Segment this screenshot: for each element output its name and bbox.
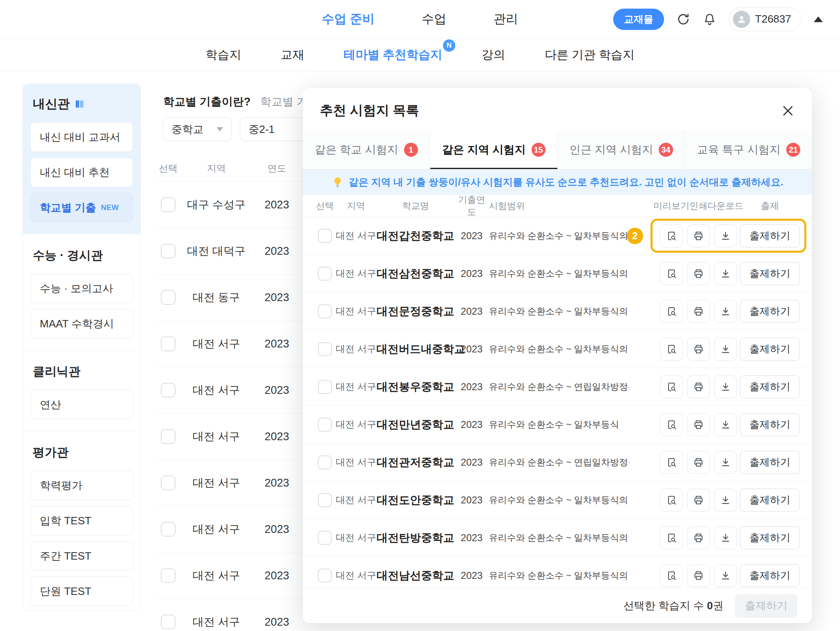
print-icon-button[interactable] bbox=[687, 338, 710, 361]
sidebar-item[interactable]: 연산 bbox=[30, 390, 133, 419]
download-icon-button[interactable] bbox=[714, 224, 737, 247]
subnav-item-label: 테마별 추천학습지 bbox=[344, 48, 442, 61]
download-icon-button[interactable] bbox=[714, 262, 737, 285]
sidebar-item[interactable]: 수능 · 모의고사 bbox=[30, 274, 133, 303]
subnav-item[interactable]: 학습지 bbox=[205, 47, 241, 63]
preview-icon-button[interactable] bbox=[660, 413, 683, 436]
print-icon-button[interactable] bbox=[687, 451, 710, 474]
print-icon-button[interactable] bbox=[687, 526, 710, 549]
row-checkbox[interactable] bbox=[161, 476, 176, 490]
subnav-item[interactable]: 교재 bbox=[281, 47, 304, 63]
row-checkbox[interactable] bbox=[318, 229, 332, 243]
region-row: 대전 서구2023 bbox=[156, 553, 328, 599]
sidebar-item[interactable]: 내신 대비 교과서 bbox=[30, 122, 133, 152]
nav-item[interactable]: 수업 bbox=[422, 11, 446, 27]
row-checkbox[interactable] bbox=[318, 267, 332, 281]
subnav-item[interactable]: 다른 기관 학습지 bbox=[545, 47, 635, 63]
row-checkbox[interactable] bbox=[318, 455, 332, 469]
row-checkbox[interactable] bbox=[318, 531, 332, 545]
set-exam-button[interactable]: 출제하기 bbox=[740, 338, 800, 361]
bell-icon[interactable] bbox=[703, 12, 717, 26]
row-checkbox[interactable] bbox=[318, 569, 332, 583]
row-checkbox[interactable] bbox=[161, 429, 176, 444]
sidebar-item[interactable]: 학력평가 bbox=[30, 471, 133, 500]
modal-tab[interactable]: 같은 지역 시험지15 bbox=[430, 130, 557, 169]
set-exam-button[interactable]: 출제하기 bbox=[740, 489, 800, 512]
set-exam-button[interactable]: 출제하기 bbox=[740, 224, 800, 247]
print-icon-button[interactable] bbox=[687, 262, 710, 285]
nav-item[interactable]: 관리 bbox=[493, 11, 518, 27]
row-checkbox[interactable] bbox=[318, 418, 332, 432]
sidebar-section-title: 수능 · 경시관 bbox=[33, 247, 130, 264]
subnav-item[interactable]: 테마별 추천학습지N bbox=[344, 47, 442, 63]
set-exam-button[interactable]: 출제하기 bbox=[740, 375, 800, 398]
exam-row: 대전 서구대전갑천중학교2023유리수와 순환소수 ~ 일차부등식의 활2출제하… bbox=[303, 217, 812, 255]
set-exam-button[interactable]: 출제하기 bbox=[740, 262, 800, 285]
row-checkbox[interactable] bbox=[318, 380, 332, 394]
preview-icon-button[interactable] bbox=[660, 526, 683, 549]
caret-up-icon[interactable] bbox=[814, 16, 823, 22]
print-icon-button[interactable] bbox=[687, 564, 710, 587]
sidebar-item[interactable]: 입학 TEST bbox=[30, 506, 133, 535]
print-icon-button[interactable] bbox=[687, 375, 710, 398]
set-exam-button[interactable]: 출제하기 bbox=[740, 413, 800, 436]
row-checkbox[interactable] bbox=[161, 336, 176, 351]
download-icon-button[interactable] bbox=[714, 338, 737, 361]
sidebar-item[interactable]: MAAT 수학경시 bbox=[30, 309, 133, 338]
tab-label: 교육 특구 시험지 bbox=[697, 142, 781, 157]
set-exam-button[interactable]: 출제하기 bbox=[740, 451, 800, 474]
download-icon-button[interactable] bbox=[714, 375, 737, 398]
row-checkbox[interactable] bbox=[161, 383, 176, 398]
preview-icon-button[interactable] bbox=[660, 262, 683, 285]
download-icon-button[interactable] bbox=[714, 300, 737, 323]
year-cell: 2023 bbox=[454, 494, 489, 506]
col-region-label: 지역 bbox=[180, 162, 252, 175]
subnav-item[interactable]: 강의 bbox=[482, 47, 505, 63]
row-checkbox[interactable] bbox=[161, 615, 176, 629]
download-icon-button[interactable] bbox=[714, 526, 737, 549]
row-checkbox[interactable] bbox=[318, 342, 332, 356]
row-checkbox[interactable] bbox=[161, 290, 176, 305]
preview-icon-button[interactable] bbox=[660, 224, 683, 247]
submit-button[interactable]: 출제하기 bbox=[735, 594, 797, 618]
nav-item[interactable]: 수업 준비 bbox=[322, 11, 374, 27]
set-exam-button[interactable]: 출제하기 bbox=[740, 526, 800, 549]
set-exam-button[interactable]: 출제하기 bbox=[740, 564, 800, 587]
sidebar-item[interactable]: 단원 TEST bbox=[30, 576, 133, 606]
modal-tab[interactable]: 교육 특구 시험지21 bbox=[685, 130, 812, 169]
preview-icon-button[interactable] bbox=[660, 375, 683, 398]
sidebar-item[interactable]: 학교별 기출NEW bbox=[30, 193, 133, 222]
store-badge[interactable]: 교재몰 bbox=[613, 9, 664, 30]
row-checkbox[interactable] bbox=[161, 568, 176, 583]
download-icon-button[interactable] bbox=[714, 413, 737, 436]
modal-tab[interactable]: 같은 학교 시험지1 bbox=[303, 130, 430, 169]
user-menu[interactable]: T26837 bbox=[729, 7, 801, 31]
download-icon-button[interactable] bbox=[714, 564, 737, 587]
download-icon-button[interactable] bbox=[714, 451, 737, 474]
sidebar-item[interactable]: 내신 대비 추천 bbox=[30, 158, 133, 187]
print-icon-button[interactable] bbox=[687, 489, 710, 512]
preview-icon-button[interactable] bbox=[660, 338, 683, 361]
col-region-label: 지역 bbox=[336, 200, 377, 212]
row-checkbox[interactable] bbox=[318, 304, 332, 318]
row-checkbox[interactable] bbox=[318, 493, 332, 507]
sidebar-item[interactable]: 주간 TEST bbox=[30, 541, 133, 571]
print-icon-button[interactable] bbox=[687, 300, 710, 323]
refresh-icon[interactable] bbox=[676, 12, 690, 26]
exam-range: 유리수와 순환소수 ~ 일차부등식의 활용 bbox=[489, 532, 629, 544]
row-checkbox[interactable] bbox=[161, 197, 176, 212]
preview-icon-button[interactable] bbox=[660, 564, 683, 587]
preview-icon-button[interactable] bbox=[660, 451, 683, 474]
school-level-select[interactable]: 중학교 bbox=[163, 117, 232, 141]
print-icon-button[interactable] bbox=[687, 413, 710, 436]
download-icon-button[interactable] bbox=[714, 489, 737, 512]
exam-row: 대전 서구대전삼천중학교2023유리수와 순환소수 ~ 일차부등식의 활용출제하… bbox=[303, 255, 812, 293]
print-icon-button[interactable] bbox=[687, 224, 710, 247]
modal-tab[interactable]: 인근 지역 시험지34 bbox=[557, 130, 685, 169]
preview-icon-button[interactable] bbox=[660, 489, 683, 512]
row-checkbox[interactable] bbox=[161, 244, 176, 258]
close-icon[interactable] bbox=[781, 104, 795, 118]
set-exam-button[interactable]: 출제하기 bbox=[740, 300, 800, 323]
row-checkbox[interactable] bbox=[161, 522, 176, 537]
preview-icon-button[interactable] bbox=[660, 300, 683, 323]
